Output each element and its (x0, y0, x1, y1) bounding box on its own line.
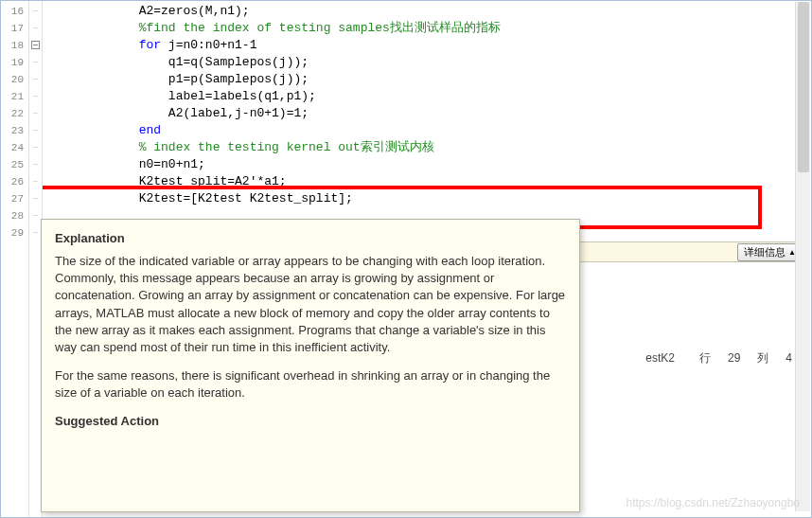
line-number: 23 (1, 122, 24, 139)
status-col-value: 4 (786, 351, 792, 365)
line-number: 19 (1, 54, 24, 71)
line-number: 22 (1, 105, 24, 122)
fold-dash: – (29, 190, 42, 207)
explanation-tooltip: Explanation The size of the indicated va… (41, 219, 580, 512)
fold-dash: – (29, 156, 42, 173)
code-text: j=n0:n0+n1-1 (161, 38, 256, 52)
code-text: q1=q(Samplepos(j)); (168, 55, 309, 69)
status-tab-name[interactable]: estK2 (638, 349, 682, 366)
line-number: 24 (1, 139, 24, 156)
code-text: label=labels(q1,p1); (168, 89, 316, 103)
status-line-label: 行 (699, 350, 711, 366)
tooltip-heading: Suggested Action (55, 414, 566, 428)
fold-dash: – (29, 139, 42, 156)
line-number: 18 (1, 37, 24, 54)
status-bar: estK2 行 29 列 4 (638, 349, 792, 366)
fold-dash: – (29, 20, 42, 37)
scrollbar-thumb[interactable] (798, 2, 809, 172)
code-text: p1=p(Samplepos(j)); (168, 72, 309, 86)
code-text: K2test_split=A2'*a1; (139, 174, 287, 188)
line-number: 21 (1, 88, 24, 105)
line-number: 27 (1, 190, 24, 207)
fold-dash: – (29, 71, 42, 88)
fold-dash: – (29, 122, 42, 139)
code-text: A2(label,j-n0+1)=1; (168, 106, 309, 120)
details-button-label: 详细信息 (744, 245, 786, 259)
vertical-scrollbar[interactable] (795, 2, 810, 511)
tooltip-heading: Explanation (55, 231, 566, 245)
editor-frame: 16 17 18 19 20 21 22 23 24 25 26 27 28 2… (0, 0, 812, 518)
tooltip-paragraph: The size of the indicated variable or ar… (55, 253, 566, 356)
fold-minus-icon (31, 41, 40, 49)
code-text: n0=n0+n1; (139, 157, 205, 171)
code-text: K2test=[K2test K2test_split]; (139, 191, 353, 205)
details-button[interactable]: 详细信息 ▲ (737, 243, 803, 261)
line-number-gutter: 16 17 18 19 20 21 22 23 24 25 26 27 28 2… (1, 1, 29, 517)
line-number: 28 (1, 207, 24, 224)
fold-dash: – (29, 173, 42, 190)
fold-dash: – (29, 3, 42, 20)
fold-dash: – (29, 105, 42, 122)
fold-toggle[interactable] (29, 37, 42, 54)
status-col-label: 列 (757, 350, 768, 366)
code-keyword: end (139, 123, 161, 137)
line-number: 29 (1, 224, 24, 241)
fold-dash: – (29, 54, 42, 71)
code-keyword: for (139, 38, 161, 52)
code-comment: % index the testing kernel out索引测试内核 (139, 140, 434, 154)
line-number: 25 (1, 156, 24, 173)
line-number: 26 (1, 173, 24, 190)
fold-dash: – (29, 88, 42, 105)
tooltip-paragraph: For the same reasons, there is significa… (55, 367, 566, 402)
line-number: 17 (1, 20, 24, 37)
watermark-text: https://blog.csdn.net/Zzhaoyongbo (627, 496, 800, 509)
line-number: 20 (1, 71, 24, 88)
code-comment: %find the index of testing samples找出测试样品… (139, 21, 501, 35)
status-line-value: 29 (728, 351, 740, 365)
line-number: 16 (1, 3, 24, 20)
code-text: A2=zeros(M,n1); (139, 4, 250, 18)
